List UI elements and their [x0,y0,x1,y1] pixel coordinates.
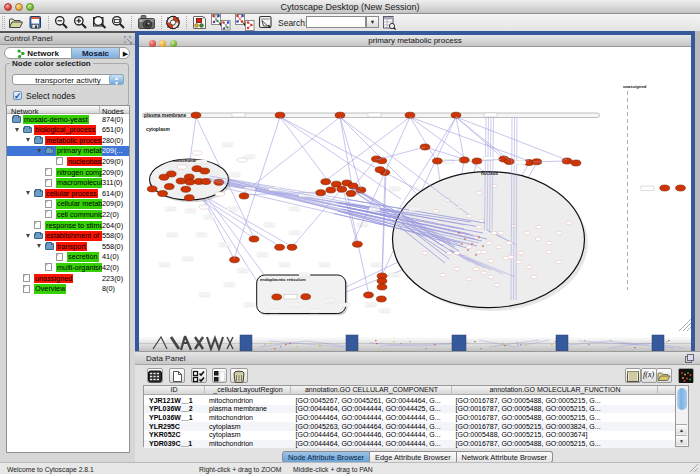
svg-text:plasma membrane: plasma membrane [144,113,186,118]
svg-text:endoplasmic reticulum: endoplasmic reticulum [260,277,306,282]
svg-text:nucleus: nucleus [481,171,499,176]
svg-text:cytoplasm: cytoplasm [146,127,170,132]
svg-text:unassigned: unassigned [623,84,647,89]
